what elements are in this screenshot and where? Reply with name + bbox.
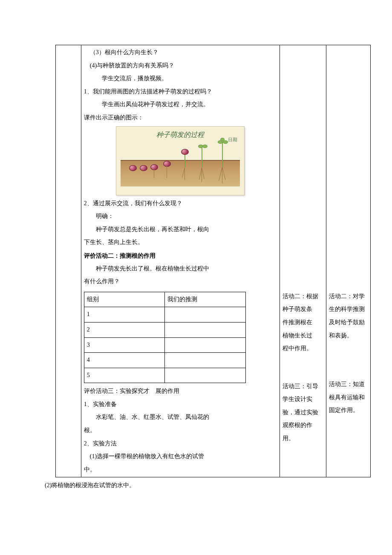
heading-activity-3a: 评价活动三：实验探究才 — [84, 388, 150, 394]
line-root-intro-2: 有什么作用？ — [84, 276, 277, 288]
cell-group: 1 — [84, 307, 165, 323]
step-2a: (1)选择一棵带根的植物放入有红色水的试管 — [84, 451, 277, 462]
seed-stage-1 — [129, 165, 137, 171]
eval-a3-l1: 活动三：知道 — [329, 379, 368, 390]
eval-a3-l2: 根具有运输和 — [329, 392, 368, 404]
table-row: 3 — [84, 337, 245, 353]
sprout-7-leaf-top — [220, 138, 225, 141]
eval-a2-l1: 活动二：对学 — [329, 291, 368, 302]
sprout-6-stem — [202, 146, 202, 167]
cell-group: 2 — [84, 322, 165, 337]
page: （3）根向什么方向生长？ (4)与种脐放置的方向有关系吗？ 学生交流后，播放视频… — [0, 45, 392, 555]
seed-stage-3 — [150, 164, 158, 170]
sprout-6-leaf-r — [202, 145, 208, 148]
col-main-content-top: （3）根向什么方向生长？ (4)与种脐放置的方向有关系吗？ 学生交流后，播放视频… — [81, 45, 280, 289]
line-finding-1: 种子萌发总是先长出根，再长茎和叶，根向 — [84, 224, 277, 235]
th-group: 组别 — [84, 292, 165, 307]
sprout-7-stem — [222, 142, 223, 167]
item-2-findings: 2、通过展示交流，我们有什么发现？ — [84, 198, 277, 209]
cell-group: 4 — [84, 353, 165, 368]
eval-a2-l3: 及时给予鼓励 — [329, 317, 368, 328]
th-guess: 我们的推测 — [165, 292, 246, 307]
item-1-draw: 1、我们能用画图的方法描述种子萌发的过程吗？ — [84, 86, 277, 98]
question-4: (4)与种脐放置的方向有关系吗？ — [84, 60, 277, 72]
spacer — [282, 356, 324, 379]
heading-activity-3b: 展的作用 — [156, 388, 179, 394]
spacer — [329, 343, 368, 377]
guide-a3-l3: 验，通过实验 — [282, 407, 324, 418]
seed-stage-2 — [140, 165, 147, 171]
guide-a2-l5: 程中作用。 — [282, 343, 324, 355]
line-student-draw: 学生画出凤仙花种子萌发过程，并交流。 — [84, 99, 277, 110]
step-1-title: 1、实验准备 — [84, 399, 277, 410]
guide-a2-l3: 件推测根在 — [282, 317, 324, 328]
root-5a — [184, 167, 185, 180]
line-finding-2: 下生长、茎向上生长。 — [84, 237, 277, 248]
root-3 — [154, 169, 154, 178]
step-1-materials-a: 水彩笔、油、水、红墨水、试管、凤仙花的 — [84, 412, 277, 423]
guide-a3-l5: 用。 — [282, 433, 324, 445]
col-main-content-bottom: 组别 我们的推测 1 2 3 4 5 评价活动三：实验探究才 展的作用 1、实验… — [81, 289, 280, 477]
illustration-title: 种子萌发的过程 — [116, 128, 244, 141]
heading-activity-3: 评价活动三：实验探究才 展的作用 — [84, 386, 277, 397]
col-teacher-guide-top — [280, 45, 326, 289]
col-section-label — [56, 45, 81, 289]
table-row: 5 — [84, 368, 245, 383]
cell-guess — [165, 353, 246, 368]
cell-guess — [165, 322, 246, 337]
cell-guess — [165, 368, 246, 383]
eval-a2-l2: 生的科学推测 — [329, 304, 368, 315]
illustration-date-label: 日期 — [228, 135, 237, 144]
step-2b-soak-root: (2)将植物的根浸泡在试管的水中。 — [45, 480, 392, 491]
cell-group: 5 — [84, 368, 165, 383]
sprout-5-head — [181, 149, 189, 155]
col-teacher-guide-bottom: 活动二：根据 种子萌发条 件推测根在 植物生长过 程中作用。 活动三：引导 学生… — [280, 289, 326, 477]
table-row: 2 — [84, 322, 245, 337]
illustration-wrapper: 种子萌发的过程 日期 — [84, 126, 277, 195]
step-2-title: 2、实验方法 — [84, 438, 277, 450]
line-clarify: 明确： — [84, 211, 277, 222]
guide-a3-l1: 活动三：引导 — [282, 381, 324, 392]
heading-activity-2: 评价活动二：推测根的作用 — [84, 250, 277, 262]
seed-stage-4 — [163, 161, 171, 167]
group-guess-table: 组别 我们的推测 1 2 3 4 5 — [84, 292, 246, 384]
root-4 — [167, 166, 167, 178]
col-evaluation-bottom: 活动二：对学 生的科学推测 及时给予鼓励 和表扬。 活动三：知道 根具有运输和 … — [326, 289, 371, 477]
eval-a3-l3: 固定作用。 — [329, 405, 368, 416]
seed-germination-illustration: 种子萌发的过程 日期 — [116, 126, 245, 195]
cell-group: 3 — [84, 337, 165, 353]
table-row: 4 — [84, 353, 245, 368]
guide-a3-l2: 学生设计实 — [282, 394, 324, 405]
guide-a2-l2: 种子萌发条 — [282, 304, 324, 315]
guide-a2-l4: 植物生长过 — [282, 330, 324, 342]
step-2a-cont: 中。 — [84, 464, 277, 476]
lesson-layout-table: （3）根向什么方向生长？ (4)与种脐放置的方向有关系吗？ 学生交流后，播放视频… — [55, 45, 371, 477]
question-3: （3）根向什么方向生长？ — [84, 47, 277, 58]
cell-guess — [165, 307, 246, 323]
step-1-materials-b: 根。 — [84, 425, 277, 436]
line-root-intro-1: 种子萌发先长出了根。根在植物生长过程中 — [84, 263, 277, 275]
guide-a2-l1: 活动二：根据 — [282, 291, 324, 302]
line-discuss-video: 学生交流后，播放视频。 — [84, 73, 277, 84]
col-section-label-b — [56, 289, 81, 477]
table-row: 1 — [84, 307, 245, 323]
eval-a2-l4: 和表扬。 — [329, 330, 368, 342]
line-show-correct: 课件出示正确的图示： — [84, 112, 277, 124]
cell-guess — [165, 337, 246, 353]
table-header-row: 组别 我们的推测 — [84, 292, 245, 307]
col-evaluation-top — [326, 45, 371, 289]
guide-a3-l4: 观察根的作 — [282, 420, 324, 431]
